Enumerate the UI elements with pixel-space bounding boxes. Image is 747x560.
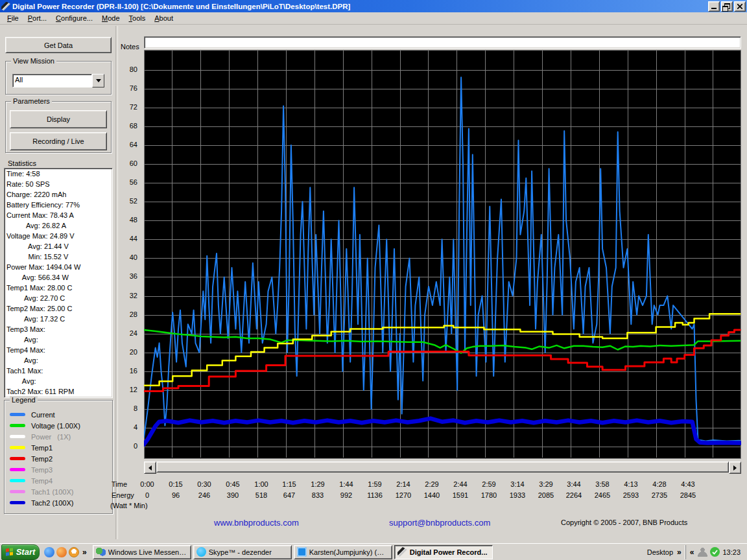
legend-marker-icon (10, 468, 25, 471)
task-button-label: Windows Live Messenger (108, 548, 188, 556)
tray-clock: 13:23 (722, 548, 741, 556)
notes-input[interactable] (144, 36, 741, 49)
statistics-line: Avg: 17.32 C (5, 314, 112, 324)
menu-item-configure[interactable]: Configure... (51, 13, 97, 23)
start-button[interactable]: Start (1, 544, 40, 560)
y-axis-tick-label: 0 (118, 442, 137, 450)
scheduler-icon[interactable] (69, 547, 79, 557)
statistics-line: Avg: (5, 334, 112, 345)
y-axis-tick-label: 12 (118, 386, 137, 393)
statistics-label: Statistics (8, 159, 36, 167)
start-label: Start (16, 547, 36, 557)
support-email-link[interactable]: support@bnbproducts.com (389, 518, 490, 528)
legend-item-label: Voltage (1.00X) (31, 422, 80, 430)
y-axis-tick-label: 32 (118, 292, 137, 299)
time-tick-label: 3:58 (587, 480, 617, 488)
view-mission-label: View Mission (11, 57, 56, 65)
energy-tick-label: 2465 (587, 491, 617, 499)
menu-item-about[interactable]: About (150, 13, 178, 23)
quick-launch: » (42, 547, 90, 557)
desktop-toolbar-label[interactable]: Desktop (647, 548, 673, 556)
energy-tick-label: 96 (161, 491, 191, 499)
get-data-button[interactable]: Get Data (5, 37, 112, 53)
time-tick-label: 1:44 (331, 480, 361, 488)
statistics-line: Voltage Max: 24.89 V (5, 231, 112, 241)
legend-item-tach1100x: Tach1 (100X) (10, 486, 112, 497)
legend-marker-icon (10, 501, 25, 504)
time-tick-label: 4:13 (616, 480, 646, 488)
statistics-line: Temp4 Max: (5, 345, 112, 355)
status-check-icon[interactable] (710, 547, 720, 557)
legend-item-tach2100x: Tach2 (100X) (10, 497, 112, 508)
recording-live-button[interactable]: Recording / Live (10, 132, 107, 150)
task-button-label: Skype™ - dezender (209, 548, 272, 556)
statistics-line: Avg: (5, 376, 112, 386)
energy-tick-label: 1136 (360, 491, 390, 499)
statistics-panel: Time: 4:58Rate: 50 SPSCharge: 2220 mAhBa… (4, 168, 113, 398)
legend-item-label: Power (1X) (31, 433, 71, 441)
statistics-line: Tach1 Max: (5, 366, 112, 376)
y-axis-tick-label: 60 (118, 159, 137, 167)
task-button-dpr[interactable]: Digital Power Record... (394, 545, 493, 559)
menu-item-mode[interactable]: Mode (97, 13, 124, 23)
time-tick-label: 2:29 (417, 480, 447, 488)
menu-item-file[interactable]: File (3, 13, 23, 23)
website-link[interactable]: www.bnbproducts.com (214, 518, 299, 528)
scroll-left-button[interactable] (144, 461, 156, 474)
arrow-right-icon (733, 465, 737, 471)
tray-collapse-chevron[interactable]: « (689, 548, 696, 557)
statistics-line: Tach2 Max: 611 RPM (5, 386, 112, 397)
series-tach2 (144, 419, 740, 445)
browser-icon[interactable] (44, 547, 54, 557)
view-mission-value[interactable]: All (12, 74, 92, 88)
close-button[interactable] (734, 1, 746, 12)
notes-label: Notes (121, 43, 139, 51)
legend-item-temp4: Temp4 (10, 475, 112, 486)
restore-button[interactable] (721, 1, 733, 12)
view-mission-dropdown-button[interactable] (92, 74, 104, 88)
legend-item-temp3: Temp3 (10, 464, 112, 475)
view-mission-select[interactable]: All (12, 74, 104, 88)
quick-launch-overflow-chevron[interactable]: » (81, 548, 88, 557)
desktop-overflow-chevron[interactable]: » (676, 548, 683, 557)
energy-tick-label: 992 (331, 491, 361, 499)
y-axis-tick-label: 68 (118, 122, 137, 130)
display-button[interactable]: Display (10, 110, 107, 128)
plot (144, 50, 741, 459)
statistics-line: Min: 15.52 V (5, 251, 112, 262)
task-button-messenger[interactable]: Windows Live Messenger (93, 545, 191, 559)
statistics-line: Avg: 566.34 W (5, 272, 112, 283)
view-mission-group: View Mission All (5, 61, 112, 95)
restore-icon (724, 3, 730, 9)
y-axis-tick-label: 44 (118, 235, 137, 242)
y-axis-tick-label: 24 (118, 329, 137, 337)
task-button-chat[interactable]: Karsten(Jumpjunky) (Onl... (294, 545, 392, 559)
statistics-line: Charge: 2220 mAh (5, 189, 112, 200)
legend-item-label: Temp4 (31, 477, 53, 485)
desktop-toolbar: Desktop » (647, 548, 683, 557)
statistics-line: Avg: 21.44 V (5, 241, 112, 251)
parameters-label: Parameters (11, 97, 52, 105)
legend-item-label: Tach1 (100X) (31, 488, 73, 496)
h-scrollbar[interactable] (144, 461, 741, 472)
y-axis-tick-label: 8 (118, 404, 137, 412)
menu-item-port[interactable]: Port... (23, 13, 51, 23)
legend-item-label: Temp3 (31, 466, 53, 474)
legend-item-temp2: Temp2 (10, 453, 112, 464)
dpr-icon (397, 547, 407, 557)
menu-bar: FilePort...Configure...ModeToolsAbout (0, 12, 747, 25)
firefox-icon[interactable] (56, 547, 67, 557)
scroll-right-button[interactable] (729, 461, 741, 474)
menu-item-tools[interactable]: Tools (124, 13, 150, 23)
energy-tick-label: 647 (274, 491, 304, 499)
statistics-line: Temp2 Max: 25.00 C (5, 303, 112, 314)
minimize-button[interactable] (708, 1, 720, 12)
y-axis-tick-label: 76 (118, 84, 137, 92)
messenger-status-icon[interactable] (698, 547, 707, 557)
energy-tick-label: 2085 (531, 491, 561, 499)
statistics-line: Temp3 Max: (5, 324, 112, 334)
energy-axis-label: Energy (112, 491, 134, 499)
y-axis-tick-label: 64 (118, 141, 137, 148)
scrollbar-thumb[interactable] (156, 461, 729, 472)
task-button-skype[interactable]: Skype™ - dezender (193, 545, 292, 559)
